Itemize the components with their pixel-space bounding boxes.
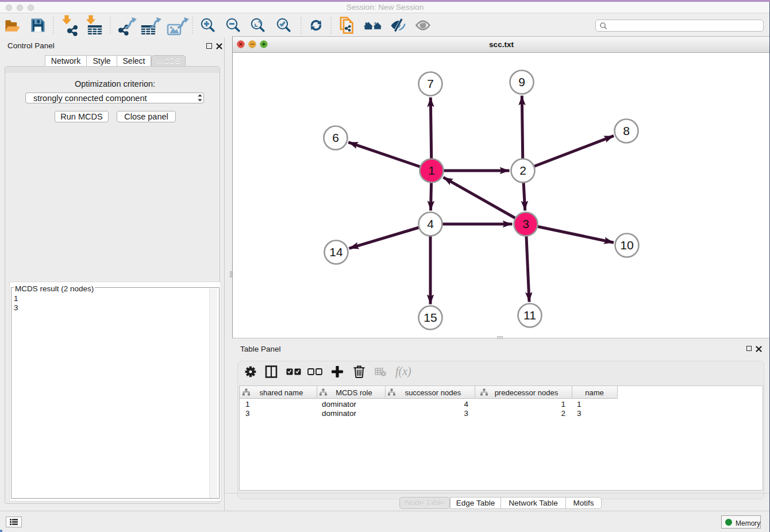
svg-text:11: 11 bbox=[523, 309, 536, 322]
svg-text:6: 6 bbox=[332, 131, 339, 144]
svg-text:10: 10 bbox=[620, 238, 633, 252]
svg-text:2: 2 bbox=[519, 164, 526, 177]
svg-text:f(x): f(x) bbox=[395, 365, 411, 378]
svg-text:4: 4 bbox=[427, 217, 434, 230]
svg-text:3: 3 bbox=[522, 217, 529, 230]
svg-text:8: 8 bbox=[623, 124, 630, 137]
svg-text:1: 1 bbox=[428, 164, 435, 177]
svg-text:14: 14 bbox=[329, 245, 343, 259]
svg-text:9: 9 bbox=[518, 75, 525, 88]
svg-text:7: 7 bbox=[427, 77, 434, 90]
svg-text:15: 15 bbox=[424, 311, 437, 324]
